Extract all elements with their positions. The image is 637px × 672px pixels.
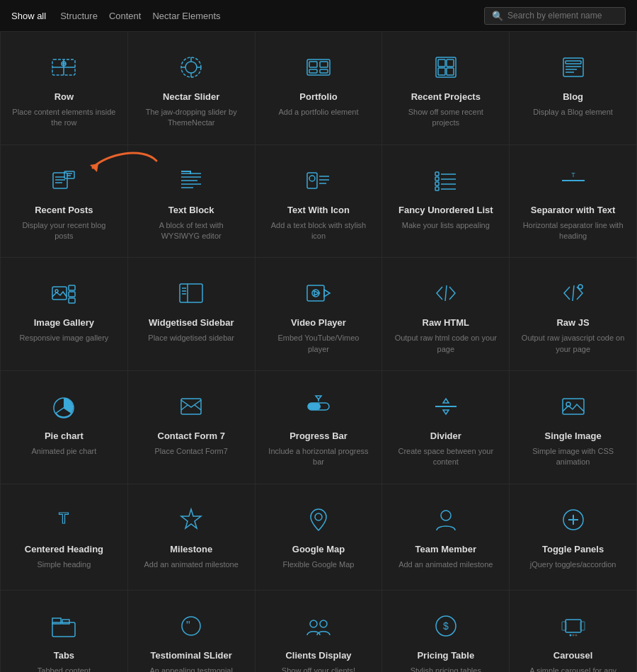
pie-chart-icon [50,391,77,422]
grid-item-separator-with-text[interactable]: TSeparator with TextHorizontal separator… [510,145,637,258]
nectar-slider-icon [178,52,205,83]
grid-item-toggle-panels[interactable]: Toggle PanelsjQuery toggles/accordion [510,484,637,591]
grid-item-carousel[interactable]: CarouselA simple carousel for any conten… [510,591,637,672]
svg-line-71 [573,285,574,301]
team-member-icon [432,504,459,535]
grid-item-image-gallery[interactable]: Image GalleryResponsive image gallery [1,258,128,371]
carousel-title: Carousel [553,650,593,662]
divider-desc: Create space between your content [394,446,498,468]
image-gallery-title: Image Gallery [34,317,94,329]
grid-item-portfolio[interactable]: PortfolioAdd a portfolio element [256,32,383,145]
grid-item-recent-posts[interactable]: Recent PostsDisplay your recent blog pos… [1,145,128,258]
testimonial-slider-title: Testiominal SLider [151,650,232,662]
grid-item-raw-html[interactable]: Raw HTMLOutput raw html code on your pag… [382,258,510,371]
svg-rect-74 [181,399,201,414]
grid-item-progress-bar[interactable]: Progress BarInclude a horizontal progres… [256,371,383,484]
pricing-table-icon: $ [432,610,459,642]
grid-item-tabs[interactable]: TabsTabbed content [1,591,128,672]
centered-heading-icon: T [50,504,77,535]
raw-html-desc: Output raw html code on your page [394,333,498,355]
contact-form-desc: Place Contact Form7 [155,446,228,457]
svg-rect-16 [320,69,328,73]
pricing-table-title: Pricing Table [417,650,474,662]
svg-point-97 [310,620,317,627]
portfolio-title: Portfolio [299,91,337,103]
recent-posts-desc: Display your recent blog posts [12,220,116,242]
nav-content[interactable]: Content [109,11,142,21]
grid-item-video-player[interactable]: Video PlayerEmbed YouTube/Vimeo player [256,258,383,371]
centered-heading-title: Centered Heading [25,544,103,556]
google-map-icon [305,504,332,535]
toggle-panels-icon [560,504,587,535]
grid-item-clients-display[interactable]: Clients DisplayShow off your clients! [256,591,383,672]
grid-item-text-with-icon[interactable]: Text With IconAdd a text block with styl… [256,145,383,258]
milestone-title: Milestone [170,544,212,556]
separator-with-text-title: Separator with Text [531,205,616,217]
nectar-slider-title: Nectar Slider [163,91,219,103]
svg-text:T: T [59,509,69,527]
pricing-table-desc: Stylish pricing tables [411,666,481,672]
text-block-desc: A block of text with WYSIWYG editor [139,220,243,242]
svg-marker-82 [443,399,449,403]
grid-item-contact-form[interactable]: Contact Form 7Place Contact Form7 [128,371,256,484]
team-member-desc: Add an animated milestone [398,559,493,570]
clients-display-desc: Show off your clients! [282,666,355,672]
svg-rect-21 [447,68,454,75]
svg-rect-18 [438,59,445,67]
grid-item-google-map[interactable]: Google MapFlexible Google Map [256,484,383,591]
text-block-title: Text Block [168,205,214,217]
recent-projects-title: Recent Projects [411,91,481,103]
testimonial-slider-desc: An appealing testmonial slider. [139,666,243,672]
raw-js-icon [560,278,587,309]
recent-projects-icon [432,52,459,83]
svg-line-76 [195,405,201,410]
svg-point-95 [182,617,200,635]
svg-rect-53 [435,187,439,190]
text-block-icon [178,165,205,196]
nav-nectar-elements[interactable]: Nectar Elements [152,11,220,21]
nav-show-all[interactable]: Show all [11,11,46,21]
raw-html-title: Raw HTML [423,317,469,329]
grid-item-divider[interactable]: DividerCreate space between your content [382,371,510,484]
grid-item-fancy-unordered-list[interactable]: Fancy Unordered ListMake your lists appe… [382,145,510,258]
raw-html-icon [432,278,459,309]
row-title: Row [54,91,74,103]
svg-rect-13 [309,62,317,67]
grid-item-nectar-slider[interactable]: Nectar SliderThe jaw-dropping slider by … [128,32,256,145]
grid-item-text-block[interactable]: Text BlockA block of text with WYSIWYG e… [128,145,256,258]
grid-item-raw-js[interactable]: Raw JSOutput raw javascript code on your… [510,258,637,371]
video-player-title: Video Player [291,317,346,329]
svg-rect-92 [52,622,75,637]
grid-item-pie-chart[interactable]: Pie chartAnimated pie chart [1,371,128,484]
progress-bar-title: Progress Bar [289,431,348,443]
svg-point-106 [575,634,577,636]
nectar-slider-desc: The jaw-dropping slider by ThemeNectar [139,107,243,129]
grid-item-milestone[interactable]: MilestoneAdd an animated milestone [128,484,256,591]
google-map-title: Google Map [292,544,345,556]
grid-item-team-member[interactable]: Team MemberAdd an animated milestone [382,484,510,591]
svg-rect-15 [309,69,317,73]
grid-item-recent-projects[interactable]: Recent ProjectsShow off some recent proj… [382,32,510,145]
single-image-icon [560,391,587,422]
fancy-unordered-list-icon [432,165,459,196]
grid-item-row[interactable]: RowPlace content elements inside the row [1,32,128,145]
separator-with-text-desc: Horizontal separator line with heading [521,220,625,242]
grid-item-widgetised-sidebar[interactable]: Widgetised SidebarPlace widgetised sideb… [128,258,256,371]
svg-rect-61 [180,284,202,302]
carousel-icon [560,610,587,642]
grid-item-testimonial-slider[interactable]: "Testiominal SLiderAn appealing testmoni… [128,591,256,672]
recent-posts-icon [50,165,77,196]
grid-item-blog[interactable]: BlogDisplay a Blog element [510,32,637,145]
text-with-icon-desc: Add a text block with stylish icon [267,220,371,242]
centered-heading-desc: Simple heading [37,559,91,570]
svg-point-105 [572,634,574,636]
grid-item-single-image[interactable]: Single ImageSimple image with CSS animat… [510,371,637,484]
pie-chart-title: Pie chart [45,431,84,443]
nav-structure[interactable]: Structure [60,11,98,21]
grid-item-centered-heading[interactable]: TCentered HeadingSimple heading [1,484,128,591]
milestone-desc: Add an animated milestone [144,559,239,570]
grid-item-pricing-table[interactable]: $Pricing TableStylish pricing tables [382,591,510,672]
search-input[interactable] [507,11,618,21]
search-box[interactable]: 🔍 [484,7,626,25]
svg-rect-60 [69,298,75,303]
